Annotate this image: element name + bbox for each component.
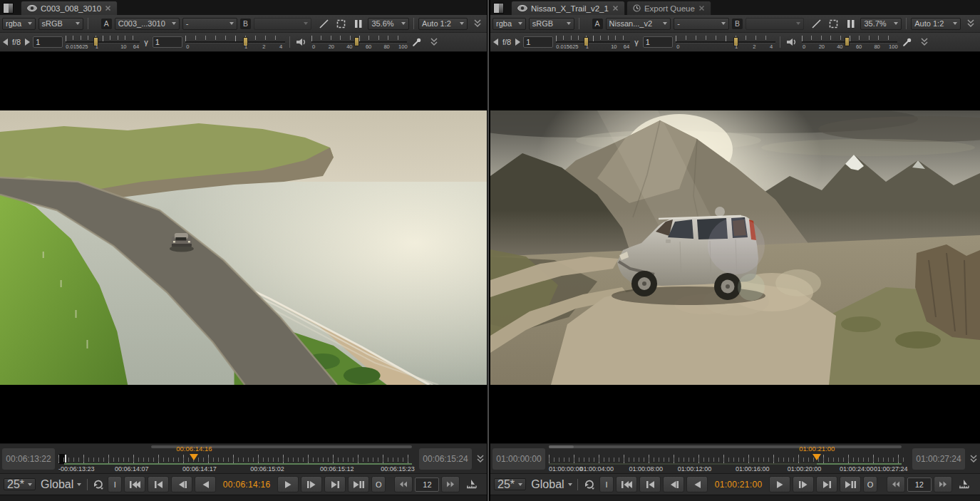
- decrement-button[interactable]: [887, 476, 905, 492]
- eyedropper-icon[interactable]: [900, 36, 914, 48]
- colorspace-dropdown[interactable]: sRGB: [529, 18, 574, 30]
- playhead-marker[interactable]: [190, 454, 198, 460]
- set-out-point-button[interactable]: O: [863, 476, 877, 492]
- roi-icon[interactable]: [827, 17, 841, 30]
- gain-slider[interactable]: 0.015625 1 10 64: [66, 34, 140, 50]
- flipbook-icon[interactable]: [956, 478, 972, 491]
- input-b-dropdown[interactable]: [254, 18, 311, 30]
- speaker-icon[interactable]: [785, 36, 799, 48]
- loop-mode-icon[interactable]: [582, 478, 597, 491]
- loop-mode-icon[interactable]: [91, 478, 105, 491]
- gamma-slider[interactable]: 0 1 2 4: [676, 34, 775, 50]
- step-forward-button[interactable]: [793, 476, 814, 492]
- speaker-icon[interactable]: [294, 36, 309, 48]
- gamma-slider[interactable]: 0 1 2 4: [185, 34, 285, 50]
- collapse-toolbar-icon[interactable]: [470, 17, 485, 30]
- gain-input[interactable]: [523, 36, 553, 48]
- set-out-point-button[interactable]: O: [371, 476, 386, 492]
- increment-button[interactable]: [934, 476, 952, 492]
- pane-layout-icon[interactable]: [3, 3, 14, 14]
- compare-mode-dropdown[interactable]: -: [674, 18, 729, 30]
- step-back-button[interactable]: [663, 476, 684, 492]
- play-backward-button[interactable]: [686, 476, 708, 492]
- collapse-toolbar-icon[interactable]: [964, 17, 978, 30]
- next-keyframe-button[interactable]: [324, 476, 346, 492]
- input-a-dropdown[interactable]: Nissan..._v2: [606, 18, 671, 30]
- playhead-marker[interactable]: [813, 454, 821, 460]
- gain-input[interactable]: [33, 36, 63, 48]
- channels-dropdown[interactable]: rgba: [492, 18, 526, 30]
- volume-slider[interactable]: 0 20 40 60 80 100: [802, 34, 897, 50]
- goto-end-button[interactable]: [840, 476, 861, 492]
- fstop-up-icon[interactable]: [25, 38, 30, 46]
- range-start-timecode[interactable]: 00:06:13:22: [2, 448, 55, 470]
- volume-slider-handle[interactable]: [845, 37, 850, 46]
- volume-slider-handle[interactable]: [354, 37, 359, 46]
- flipbook-icon[interactable]: [464, 478, 478, 491]
- timeline-scrollbar-segment[interactable]: [549, 445, 574, 448]
- colorspace-dropdown[interactable]: sRGB: [38, 18, 83, 30]
- collapse-timeline-icon[interactable]: [474, 444, 487, 473]
- fps-dropdown[interactable]: 25*: [494, 478, 526, 490]
- close-icon[interactable]: [698, 5, 705, 11]
- eyedropper-icon[interactable]: [410, 36, 424, 48]
- wipe-icon[interactable]: [810, 17, 824, 30]
- wipe-icon[interactable]: [317, 17, 331, 30]
- zoom-level-dropdown[interactable]: 35.6%: [368, 18, 408, 30]
- pause-render-icon[interactable]: [351, 17, 366, 30]
- input-b-dropdown[interactable]: [746, 18, 804, 30]
- fstop-up-icon[interactable]: [515, 38, 520, 46]
- frame-increment-input[interactable]: [907, 477, 932, 492]
- timeline-track[interactable]: 01:00:21:00 01:00:00:00 01:00:04:00 01:0…: [549, 444, 909, 473]
- play-backward-button[interactable]: [195, 476, 216, 492]
- range-end-timecode[interactable]: 00:06:15:24: [419, 448, 472, 470]
- timeline-scrollbar[interactable]: [549, 445, 902, 448]
- fps-dropdown[interactable]: 25*: [4, 478, 36, 490]
- range-mode-dropdown[interactable]: Global: [528, 478, 574, 490]
- input-a-dropdown[interactable]: C003_...3010: [115, 18, 180, 30]
- tab-viewer-right[interactable]: Nissan_X_Trail_v2_1: [511, 1, 625, 15]
- goto-start-button[interactable]: [616, 476, 637, 492]
- goto-end-button[interactable]: [348, 476, 369, 492]
- range-start-timecode[interactable]: 01:00:00:00: [492, 448, 545, 470]
- step-back-button[interactable]: [171, 476, 192, 492]
- set-in-point-button[interactable]: I: [108, 476, 122, 492]
- roi-icon[interactable]: [334, 17, 349, 30]
- gamma-input[interactable]: [153, 36, 182, 48]
- decrement-button[interactable]: [394, 476, 413, 492]
- proxy-mode-dropdown[interactable]: Auto 1:2: [911, 18, 961, 30]
- increment-button[interactable]: [441, 476, 460, 492]
- close-icon[interactable]: [612, 5, 619, 11]
- prev-keyframe-button[interactable]: [148, 476, 169, 492]
- collapse-toolbar-icon[interactable]: [917, 36, 932, 48]
- pane-layout-icon[interactable]: [493, 3, 504, 14]
- range-end-timecode[interactable]: 01:00:27:24: [912, 448, 965, 470]
- tab-viewer-left[interactable]: C003_008_3010: [21, 1, 118, 15]
- goto-start-button[interactable]: [124, 476, 145, 492]
- frame-increment-input[interactable]: [415, 477, 439, 492]
- set-in-point-button[interactable]: I: [599, 476, 614, 492]
- gamma-input[interactable]: [643, 36, 673, 48]
- next-keyframe-button[interactable]: [816, 476, 837, 492]
- play-forward-button[interactable]: [277, 476, 299, 492]
- close-icon[interactable]: [105, 5, 111, 11]
- proxy-mode-dropdown[interactable]: Auto 1:2: [418, 18, 468, 30]
- zoom-level-dropdown[interactable]: 35.7%: [860, 18, 902, 30]
- play-forward-button[interactable]: [769, 476, 790, 492]
- viewer-canvas-left[interactable]: [0, 52, 487, 443]
- channels-dropdown[interactable]: rgba: [2, 18, 36, 30]
- collapse-timeline-icon[interactable]: [967, 444, 980, 473]
- timeline-track[interactable]: 00:06:14:16 -00:06:13:23 00:06:14:07 00:…: [58, 444, 416, 473]
- compare-mode-dropdown[interactable]: -: [182, 18, 237, 30]
- pause-render-icon[interactable]: [844, 17, 858, 30]
- range-mode-dropdown[interactable]: Global: [38, 478, 83, 490]
- fstop-down-icon[interactable]: [493, 38, 498, 46]
- prev-keyframe-button[interactable]: [639, 476, 661, 492]
- collapse-toolbar-icon[interactable]: [427, 36, 441, 48]
- step-forward-button[interactable]: [301, 476, 322, 492]
- gain-slider[interactable]: 0.015625 1 10 64: [556, 34, 630, 50]
- tab-export-queue[interactable]: Export Queue: [626, 1, 711, 15]
- viewer-canvas-right[interactable]: [490, 52, 980, 443]
- fstop-down-icon[interactable]: [3, 38, 8, 46]
- volume-slider[interactable]: 0 20 40 60 80 100: [311, 34, 407, 50]
